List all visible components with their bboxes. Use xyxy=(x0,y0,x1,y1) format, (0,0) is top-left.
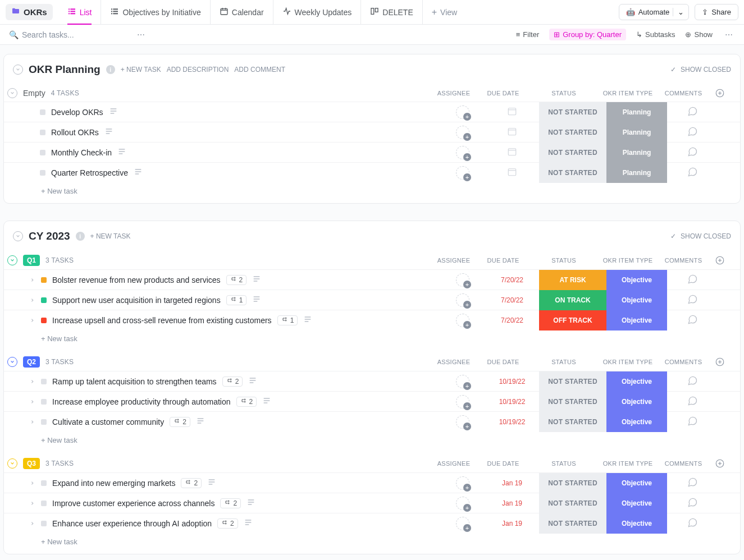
task-row[interactable]: Increase employee productivity through a… xyxy=(4,391,740,411)
assignee-placeholder-icon[interactable] xyxy=(456,395,469,408)
collapse-icon[interactable] xyxy=(13,65,23,75)
type-cell[interactable]: Objective xyxy=(606,310,667,331)
expand-caret-icon[interactable] xyxy=(30,481,35,485)
status-square-icon[interactable] xyxy=(40,150,45,155)
status-square-icon[interactable] xyxy=(41,521,47,526)
task-name[interactable]: Improve customer experience across chann… xyxy=(52,499,214,508)
assignee-cell[interactable] xyxy=(440,102,485,122)
col-type[interactable]: OKR ITEM TYPE xyxy=(597,90,658,97)
assignee-placeholder-icon[interactable] xyxy=(456,375,469,388)
status-cell[interactable]: ON TRACK xyxy=(539,290,606,310)
comments-cell[interactable] xyxy=(667,122,718,143)
type-cell[interactable]: Planning xyxy=(606,102,667,122)
type-cell[interactable]: Objective xyxy=(606,513,667,534)
assignee-cell[interactable] xyxy=(440,473,485,493)
assignee-cell[interactable] xyxy=(440,290,485,310)
assignee-cell[interactable] xyxy=(440,270,485,290)
new-task-inline[interactable]: + New task xyxy=(4,432,740,449)
subtask-count[interactable]: 1 xyxy=(226,295,247,305)
expand-caret-icon[interactable] xyxy=(30,521,35,526)
description-icon[interactable] xyxy=(252,274,261,285)
subtask-count[interactable]: 1 xyxy=(277,315,298,325)
subtask-count[interactable]: 2 xyxy=(220,498,241,508)
status-cell[interactable]: NOT STARTED xyxy=(539,493,606,513)
col-status[interactable]: STATUS xyxy=(530,359,597,365)
task-name[interactable]: Monthly Check-in xyxy=(51,148,112,157)
collapse-icon[interactable] xyxy=(13,231,23,241)
status-square-icon[interactable] xyxy=(41,501,47,506)
group-badge[interactable]: Q2 xyxy=(23,356,40,368)
task-row[interactable]: Ramp up talent acquisition to strengthen… xyxy=(4,371,740,391)
type-cell[interactable]: Objective xyxy=(606,290,667,310)
tab-calendar[interactable]: Calendar xyxy=(211,0,273,25)
description-icon[interactable] xyxy=(104,127,113,137)
assignee-placeholder-icon[interactable] xyxy=(456,105,469,119)
due-date-cell[interactable]: 7/20/22 xyxy=(485,290,539,310)
group-badge[interactable]: Q3 xyxy=(23,458,40,469)
subtask-count[interactable]: 2 xyxy=(226,275,247,285)
description-icon[interactable] xyxy=(244,518,253,529)
assignee-placeholder-icon[interactable] xyxy=(456,476,469,490)
expand-caret-icon[interactable] xyxy=(30,278,35,282)
col-type[interactable]: OKR ITEM TYPE xyxy=(597,359,658,365)
assignee-placeholder-icon[interactable] xyxy=(456,126,469,139)
comments-cell[interactable] xyxy=(667,310,718,331)
subtask-count[interactable]: 2 xyxy=(236,397,257,407)
description-icon[interactable] xyxy=(207,478,216,488)
due-date-cell[interactable]: Jan 19 xyxy=(485,513,539,534)
show-button[interactable]: ⊕Show xyxy=(685,30,713,39)
info-icon[interactable]: i xyxy=(106,65,115,74)
show-closed-button[interactable]: ✓SHOW CLOSED xyxy=(670,66,731,74)
type-cell[interactable]: Objective xyxy=(606,270,667,290)
expand-caret-icon[interactable] xyxy=(30,501,35,506)
task-name[interactable]: Rollout OKRs xyxy=(51,128,99,137)
task-name[interactable]: Ramp up talent acquisition to strengthen… xyxy=(52,377,217,386)
status-square-icon[interactable] xyxy=(40,170,45,176)
comments-cell[interactable] xyxy=(667,102,718,122)
due-date-cell[interactable]: Jan 19 xyxy=(485,493,539,513)
col-comments[interactable]: COMMENTS xyxy=(658,90,709,97)
expand-caret-icon[interactable] xyxy=(30,379,35,384)
type-cell[interactable]: Objective xyxy=(606,392,667,412)
task-name[interactable]: Support new user acquisition in targeted… xyxy=(52,296,221,305)
task-name[interactable]: Enhance user experience through AI adopt… xyxy=(52,519,212,528)
due-date-cell[interactable]: 7/20/22 xyxy=(485,270,539,290)
task-row[interactable]: Increase upsell and cross-sell revenue f… xyxy=(4,310,740,330)
status-square-icon[interactable] xyxy=(40,109,45,115)
assignee-cell[interactable] xyxy=(440,392,485,412)
tab-list[interactable]: List xyxy=(58,0,102,25)
expand-caret-icon[interactable] xyxy=(30,298,35,302)
col-status[interactable]: STATUS xyxy=(530,257,597,264)
task-row[interactable]: Cultivate a customer community 2 10/19/2… xyxy=(4,411,740,432)
task-name[interactable]: Expand into new emerging markets xyxy=(52,479,175,488)
col-due[interactable]: DUE DATE xyxy=(476,90,530,97)
status-cell[interactable]: NOT STARTED xyxy=(539,102,606,122)
comments-cell[interactable] xyxy=(667,163,718,183)
tab-weekly-updates[interactable]: Weekly Updates xyxy=(273,0,362,25)
description-icon[interactable] xyxy=(117,147,126,158)
status-cell[interactable]: NOT STARTED xyxy=(539,371,606,392)
search[interactable]: 🔍 xyxy=(9,30,127,39)
status-cell[interactable]: NOT STARTED xyxy=(539,122,606,143)
type-cell[interactable]: Objective xyxy=(606,493,667,513)
status-square-icon[interactable] xyxy=(41,419,47,425)
due-date-cell[interactable]: Jan 19 xyxy=(485,473,539,493)
assignee-cell[interactable] xyxy=(440,493,485,513)
task-row[interactable]: Support new user acquisition in targeted… xyxy=(4,290,740,310)
assignee-cell[interactable] xyxy=(440,371,485,392)
tab-delete[interactable]: DELETE xyxy=(361,0,422,25)
description-icon[interactable] xyxy=(247,498,255,508)
show-closed-button[interactable]: ✓SHOW CLOSED xyxy=(670,232,731,240)
col-comments[interactable]: COMMENTS xyxy=(658,460,709,467)
more-icon[interactable]: ⋯ xyxy=(135,28,147,42)
status-cell[interactable]: NOT STARTED xyxy=(539,392,606,412)
col-type[interactable]: OKR ITEM TYPE xyxy=(597,460,658,467)
comments-cell[interactable] xyxy=(667,392,718,412)
description-icon[interactable] xyxy=(134,167,143,178)
assignee-placeholder-icon[interactable] xyxy=(456,314,469,327)
folder-chip[interactable]: OKRs xyxy=(6,4,53,20)
task-row[interactable]: Rollout OKRs NOT STARTED Planning xyxy=(4,122,740,142)
group-collapse-icon[interactable] xyxy=(7,255,17,265)
status-cell[interactable]: AT RISK xyxy=(539,270,606,290)
subtask-count[interactable]: 2 xyxy=(181,478,202,488)
